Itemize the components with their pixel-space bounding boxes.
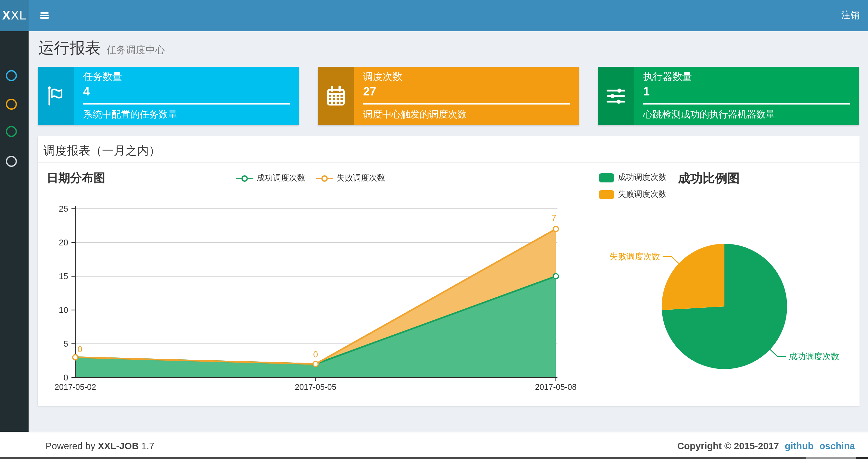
horizontal-scrollbar-thumb[interactable]	[806, 457, 856, 459]
page-subtitle: 任务调度中心	[106, 44, 165, 57]
info-box-value: 4	[83, 85, 90, 99]
info-box-progress-bar	[83, 103, 290, 104]
legend-label: 失败调度次数	[337, 173, 385, 184]
calendar-icon	[318, 67, 354, 125]
legend-swatch-icon	[599, 173, 614, 182]
content-header: 运行报表 任务调度中心	[38, 38, 165, 59]
line-circle-marker-icon	[316, 175, 333, 182]
sidebar-item-2-circle-icon[interactable]	[6, 98, 17, 109]
sidebar-item-4-circle-icon[interactable]	[6, 156, 17, 166]
flag-icon	[38, 67, 74, 125]
powered-by: Powered by XXL-JOB 1.7	[45, 432, 154, 459]
github-link[interactable]: github	[785, 441, 814, 451]
charts-canvas[interactable]: 05101520252017-05-022017-05-052017-05-08…	[38, 163, 860, 406]
product-version: 1.7	[141, 441, 154, 451]
info-box-progress-bar	[363, 103, 570, 104]
line-chart-legend: 成功调度次数 失败调度次数	[236, 173, 385, 184]
legend-item-fail[interactable]: 失败调度次数	[599, 189, 666, 200]
svg-text:25: 25	[59, 204, 68, 214]
info-box-progress-bar	[643, 103, 850, 104]
product-name: XXL-JOB	[98, 441, 139, 451]
app-root: XXL 注销 运行报表 任务调度中心 任务数量 4	[0, 0, 868, 459]
svg-text:0: 0	[313, 350, 318, 359]
svg-text:2017-05-05: 2017-05-05	[295, 383, 337, 392]
report-panel: 调度报表（一月之内） 05101520252017-05-022017-05-0…	[38, 136, 860, 406]
main-footer: Powered by XXL-JOB 1.7 Copyright © 2015-…	[0, 432, 868, 459]
svg-text:2017-05-02: 2017-05-02	[55, 383, 96, 392]
page-title: 运行报表	[38, 38, 101, 59]
sidebar-toggle-button[interactable]	[31, 0, 57, 31]
svg-text:0: 0	[77, 345, 82, 354]
oschina-link[interactable]: oschina	[819, 441, 855, 451]
svg-text:15: 15	[59, 271, 68, 281]
svg-text:0: 0	[64, 373, 68, 383]
report-panel-header: 调度报表（一月之内）	[38, 136, 860, 163]
bottom-edge	[0, 457, 806, 459]
logo-text-bold: X	[2, 8, 11, 23]
line-circle-marker-icon	[236, 175, 253, 182]
logout-label: 注销	[841, 10, 860, 22]
sliders-icon	[598, 67, 634, 125]
info-box-job-count: 任务数量 4 系统中配置的任务数量	[38, 67, 299, 125]
logo-text: XL	[11, 8, 27, 23]
bottom-edge-corner	[856, 457, 868, 459]
info-box-label: 任务数量	[83, 71, 122, 83]
footer-right: Copyright © 2015-2017 github oschina	[677, 432, 855, 459]
sidebar-item-3-circle-icon[interactable]	[6, 126, 17, 137]
report-panel-title: 调度报表（一月之内）	[43, 143, 160, 158]
sidebar	[0, 31, 29, 459]
legend-item-success[interactable]: 成功调度次数	[236, 173, 305, 184]
svg-text:10: 10	[59, 305, 68, 315]
svg-text:2017-05-08: 2017-05-08	[535, 383, 577, 392]
info-box-description: 调度中心触发的调度次数	[363, 108, 467, 121]
svg-text:7: 7	[551, 213, 556, 223]
legend-label: 成功调度次数	[257, 173, 305, 184]
svg-text:成功调度次数: 成功调度次数	[789, 352, 839, 361]
info-box-executor-count: 执行器数量 1 心跳检测成功的执行器机器数量	[598, 67, 859, 125]
hamburger-icon	[40, 11, 49, 20]
svg-text:20: 20	[59, 238, 68, 248]
app-logo[interactable]: XXL	[0, 0, 29, 31]
info-box-value: 1	[643, 85, 650, 99]
line-chart-title: 日期分布图	[47, 170, 105, 186]
copyright: Copyright © 2015-2017	[677, 441, 779, 451]
logout-link[interactable]: 注销	[841, 0, 860, 31]
info-box-description: 心跳检测成功的执行器机器数量	[643, 108, 775, 121]
svg-text:5: 5	[64, 339, 68, 349]
svg-text:失败调度次数: 失败调度次数	[610, 252, 660, 261]
legend-swatch-icon	[599, 190, 614, 199]
sidebar-item-1-circle-icon[interactable]	[6, 70, 17, 81]
pie-chart-legend: 成功调度次数 失败调度次数	[599, 172, 666, 206]
pie-chart-title: 成功比例图	[657, 170, 761, 187]
legend-item-fail[interactable]: 失败调度次数	[316, 173, 385, 184]
powered-prefix: Powered by	[45, 441, 95, 451]
legend-label: 失败调度次数	[618, 189, 666, 200]
info-box-description: 系统中配置的任务数量	[83, 108, 177, 121]
info-box-label: 调度次数	[363, 71, 402, 83]
top-navbar: XXL 注销	[0, 0, 868, 31]
info-box-value: 27	[363, 85, 376, 99]
info-box-label: 执行器数量	[643, 71, 692, 83]
info-box-trigger-count: 调度次数 27 调度中心触发的调度次数	[318, 67, 579, 125]
legend-item-success[interactable]: 成功调度次数	[599, 172, 666, 183]
